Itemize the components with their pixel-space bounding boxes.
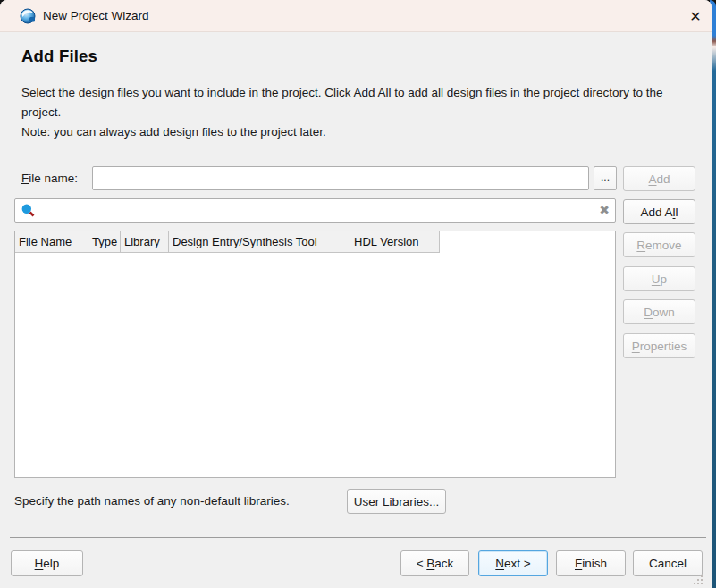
clear-search-icon[interactable]: ✖	[599, 198, 610, 223]
page-note: Note: you can always add design files to…	[21, 125, 683, 139]
separator-top	[13, 155, 706, 155]
close-icon[interactable]: ✕	[685, 5, 706, 27]
back-button[interactable]: < Back	[400, 550, 469, 576]
column-header-hdl-version[interactable]: HDL Version	[350, 231, 440, 253]
next-button[interactable]: Next >	[478, 550, 548, 576]
new-project-wizard-dialog: New Project Wizard ✕ Add Files Select th…	[0, 0, 712, 588]
separator-bottom	[10, 537, 706, 538]
cancel-button[interactable]: Cancel	[633, 550, 703, 576]
search-input[interactable]	[14, 198, 616, 223]
help-button[interactable]: Help	[11, 550, 83, 576]
column-header-library[interactable]: Library	[121, 231, 169, 253]
files-table-body-empty[interactable]	[15, 253, 615, 478]
finish-button[interactable]: Finish	[556, 550, 626, 576]
remove-button[interactable]: Remove	[623, 232, 695, 257]
files-table[interactable]: File Name Type Library Design Entry/Synt…	[14, 231, 616, 478]
properties-button[interactable]: Properties	[623, 333, 695, 358]
add-all-button[interactable]: Add All	[623, 199, 695, 224]
file-filter-search: ✖	[14, 198, 616, 223]
files-table-header: File Name Type Library Design Entry/Synt…	[15, 231, 615, 253]
resize-grip[interactable]	[692, 574, 703, 585]
down-button[interactable]: Down	[623, 299, 695, 324]
file-name-label: File name:	[21, 166, 78, 190]
column-header-file-name[interactable]: File Name	[15, 231, 88, 253]
column-header-type[interactable]: Type	[88, 231, 121, 253]
quartus-logo-icon	[20, 8, 36, 24]
page-description: Select the design files you want to incl…	[21, 83, 683, 122]
file-name-input[interactable]	[92, 166, 589, 190]
user-libraries-button[interactable]: User Libraries...	[347, 489, 446, 514]
column-header-design-entry-synthesis-tool[interactable]: Design Entry/Synthesis Tool	[169, 231, 350, 253]
title-bar: New Project Wizard ✕	[0, 0, 712, 32]
browse-button[interactable]: ...	[594, 166, 617, 190]
up-button[interactable]: Up	[623, 266, 695, 291]
wizard-page-add-files: Add Files Select the design files you wa…	[0, 32, 712, 588]
page-title: Add Files	[21, 46, 97, 66]
user-libraries-text: Specify the path names of any non-defaul…	[14, 489, 290, 514]
window-title: New Project Wizard	[43, 0, 149, 32]
add-button[interactable]: Add	[623, 166, 695, 191]
